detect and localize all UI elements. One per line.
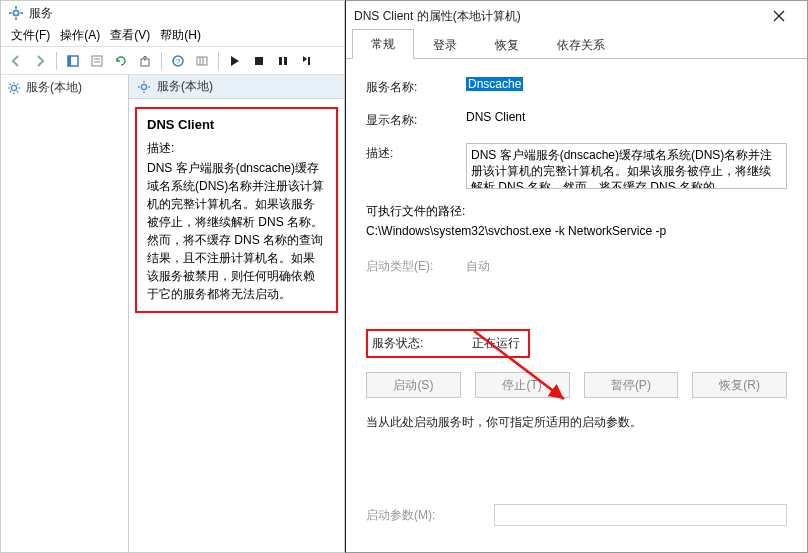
tabstrip: 常规 登录 恢复 依存关系 [346, 31, 807, 59]
exe-path-label: 可执行文件的路径: [366, 203, 787, 220]
pause-button[interactable]: 暂停(P) [584, 372, 679, 398]
gear-icon [7, 81, 21, 95]
startup-type-select[interactable]: 自动 [466, 256, 787, 277]
row-display-name: 显示名称: DNS Client [366, 110, 787, 129]
svg-rect-17 [279, 57, 282, 65]
display-name-label: 显示名称: [366, 110, 466, 129]
left-pane[interactable]: 服务(本地) [1, 75, 129, 552]
gear-icon [137, 80, 151, 94]
menubar[interactable]: 文件(F) 操作(A) 查看(V) 帮助(H) [1, 25, 344, 47]
svg-point-29 [141, 84, 146, 89]
toolbar-separator [56, 52, 57, 70]
gear-icon [9, 6, 23, 20]
start-button[interactable]: 启动(S) [366, 372, 461, 398]
start-icon[interactable] [224, 50, 246, 72]
toolbar-separator [218, 52, 219, 70]
services-titlebar: 服务 [1, 1, 344, 25]
service-status-label: 服务状态: [372, 335, 472, 352]
svg-point-20 [11, 85, 16, 90]
description-label: 描述: [366, 143, 466, 162]
refresh-icon[interactable] [110, 50, 132, 72]
display-name-value: DNS Client [466, 110, 787, 124]
detail-desc-text: DNS 客户端服务(dnscache)缓存域名系统(DNS)名称并注册该计算机的… [147, 159, 326, 303]
service-name-label: 服务名称: [366, 77, 466, 96]
svg-line-28 [17, 83, 18, 84]
service-name-value[interactable]: Dnscache [466, 77, 523, 91]
row-exe-path: 可执行文件的路径: C:\Windows\system32\svchost.ex… [366, 203, 787, 238]
properties-titlebar: DNS Client 的属性(本地计算机) [346, 1, 807, 31]
properties-title: DNS Client 的属性(本地计算机) [354, 8, 759, 25]
svg-line-25 [10, 83, 11, 84]
restart-icon[interactable] [296, 50, 318, 72]
pause-icon[interactable] [272, 50, 294, 72]
menu-view[interactable]: 查看(V) [110, 27, 150, 44]
export-icon[interactable] [134, 50, 156, 72]
svg-text:?: ? [176, 57, 181, 66]
detail-pane: 服务(本地) DNS Client 描述: DNS 客户端服务(dnscache… [129, 75, 344, 552]
service-control-buttons: 启动(S) 停止(T) 暂停(P) 恢复(R) [366, 372, 787, 398]
row-start-params: 启动参数(M): [366, 504, 787, 526]
services-body: 服务(本地) 服务(本地) DNS Client 描述: DNS 客户端服务(d… [1, 75, 344, 552]
close-icon [773, 10, 785, 22]
back-icon[interactable] [5, 50, 27, 72]
tab-general[interactable]: 常规 [352, 29, 414, 59]
window-title: 服务 [29, 5, 53, 22]
menu-file[interactable]: 文件(F) [11, 27, 50, 44]
svg-rect-19 [308, 57, 310, 65]
detail-desc-label: 描述: [147, 140, 326, 157]
detail-highlight-box: DNS Client 描述: DNS 客户端服务(dnscache)缓存域名系统… [135, 107, 338, 313]
properties-dialog: DNS Client 的属性(本地计算机) 常规 登录 恢复 依存关系 服务名称… [345, 0, 808, 553]
left-pane-label: 服务(本地) [26, 79, 82, 96]
exe-path-value: C:\Windows\system32\svchost.exe -k Netwo… [366, 224, 787, 238]
detail-service-title: DNS Client [147, 117, 326, 132]
startup-type-label: 启动类型(E): [366, 256, 466, 275]
row-service-name: 服务名称: Dnscache [366, 77, 787, 96]
menu-action[interactable]: 操作(A) [60, 27, 100, 44]
tab-recovery[interactable]: 恢复 [476, 30, 538, 59]
startup-hint: 当从此处启动服务时，你可指定所适用的启动参数。 [366, 414, 787, 431]
toolbar: ? [1, 47, 344, 75]
properties-body: 服务名称: Dnscache 显示名称: DNS Client 描述: DNS … [346, 59, 807, 552]
row-description: 描述: DNS 客户端服务(dnscache)缓存域名系统(DNS)名称并注册该… [366, 143, 787, 189]
svg-rect-18 [284, 57, 287, 65]
forward-icon[interactable] [29, 50, 51, 72]
menu-help[interactable]: 帮助(H) [160, 27, 201, 44]
tab-logon[interactable]: 登录 [414, 30, 476, 59]
svg-point-0 [13, 10, 18, 15]
close-button[interactable] [759, 2, 799, 30]
services-window: 服务 文件(F) 操作(A) 查看(V) 帮助(H) ? 服务(本地) [0, 0, 345, 553]
view-icon[interactable] [62, 50, 84, 72]
description-textbox[interactable]: DNS 客户端服务(dnscache)缓存域名系统(DNS)名称并注册该计算机的… [466, 143, 787, 189]
svg-rect-16 [255, 57, 263, 65]
svg-line-26 [17, 91, 18, 92]
svg-rect-6 [68, 56, 71, 66]
svg-rect-7 [92, 56, 102, 66]
properties-icon[interactable] [86, 50, 108, 72]
service-status-highlight: 服务状态: 正在运行 [366, 329, 530, 358]
columns-icon[interactable] [191, 50, 213, 72]
svg-rect-13 [197, 57, 207, 65]
toolbar-separator [161, 52, 162, 70]
detail-pane-header: 服务(本地) [129, 75, 344, 99]
start-params-input[interactable] [494, 504, 787, 526]
stop-icon[interactable] [248, 50, 270, 72]
resume-button[interactable]: 恢复(R) [692, 372, 787, 398]
left-pane-item-local[interactable]: 服务(本地) [1, 75, 128, 100]
start-params-label: 启动参数(M): [366, 507, 494, 524]
row-startup-type: 启动类型(E): 自动 [366, 256, 787, 277]
detail-header-label: 服务(本地) [157, 78, 213, 95]
service-status-value: 正在运行 [472, 335, 520, 352]
svg-line-27 [10, 91, 11, 92]
help-icon[interactable]: ? [167, 50, 189, 72]
stop-button[interactable]: 停止(T) [475, 372, 570, 398]
tab-dependencies[interactable]: 依存关系 [538, 30, 624, 59]
